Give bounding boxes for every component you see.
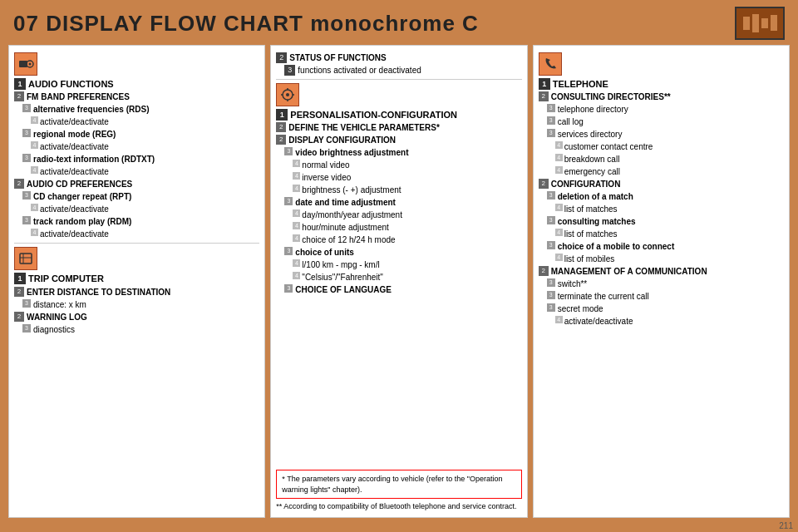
inverse-video-text: inverse video <box>302 172 351 183</box>
day-month-row: 4 day/month/year adjustment <box>276 209 521 220</box>
brightness-text: brightness (- +) adjustment <box>302 185 401 195</box>
choice-lang-row: 3 CHOICE OF LANGUAGE <box>276 284 521 295</box>
alt-freq-row: 3 alternative frequencies (RDS) <box>14 104 259 115</box>
switch-text: switch** <box>558 278 588 289</box>
consulting-matches-row: 3 consulting matches <box>539 216 784 227</box>
services-dir-text: services directory <box>558 129 623 140</box>
celsius-text: "Celsius"/"Fahrenheit" <box>302 272 383 283</box>
mgmt-comm-text: MANAGEMENT OF A COMMUNICATION <box>551 266 707 277</box>
divider-1 <box>14 243 259 244</box>
footnote1-text: * The parameters vary according to vehic… <box>282 474 515 495</box>
footnote-box: * The parameters vary according to vehic… <box>276 470 521 499</box>
regional-text: regional mode (REG) <box>33 129 116 140</box>
activate5-text: activate/deactivate <box>40 229 109 239</box>
l100km-row: 4 l/100 km - mpg - km/l <box>276 259 521 270</box>
enter-dist-text: ENTER DISTANCE TO DESTINATION <box>27 287 170 298</box>
column-1: 1 AUDIO FUNCTIONS 2 FM BAND PREFERENCES … <box>8 45 265 518</box>
l100km-text: l/100 km - mpg - km/l <box>302 259 379 270</box>
services-dir-row: 3 services directory <box>539 129 784 140</box>
track-random-row: 3 track random play (RDM) <box>14 216 259 227</box>
status-sub-text: functions activated or deactivated <box>298 65 421 76</box>
diagnostics-text: diagnostics <box>33 324 75 335</box>
track-random-text: track random play (RDM) <box>33 216 131 227</box>
divider-mid <box>276 79 521 80</box>
activate3-row: 4 activate/deactivate <box>14 166 259 177</box>
secret-mode-row: 3 secret mode <box>539 303 784 314</box>
inverse-video-row: 4 inverse video <box>276 172 521 183</box>
page-number: 211 <box>779 521 793 530</box>
badge-1: 1 <box>14 78 26 90</box>
call-log-row: 3 call log <box>539 116 784 127</box>
personalisation-row: 1 PERSONALISATION-CONFIGURATION <box>276 109 521 121</box>
audio-icon <box>14 52 37 76</box>
warning-log-text: WARNING LOG <box>27 312 87 323</box>
radio-text-row: 3 radio-text information (RDTXT) <box>14 154 259 165</box>
mgmt-comm-row: 2 MANAGEMENT OF A COMMUNICATION <box>539 266 784 277</box>
hour-min-row: 4 hour/minute adjustment <box>276 222 521 233</box>
activate-deactivate-row: 4 activate/deactivate <box>539 316 784 327</box>
audio-functions-heading: AUDIO FUNCTIONS <box>28 78 114 90</box>
personalisation-icon <box>276 83 299 106</box>
list-matches2-row: 4 list of matches <box>539 229 784 239</box>
personalisation-heading: PERSONALISATION-CONFIGURATION <box>290 109 457 121</box>
status-label: STATUS OF FUNCTIONS <box>289 52 386 63</box>
configuration-row: 2 CONFIGURATION <box>539 179 784 190</box>
normal-video-text: normal video <box>302 160 349 170</box>
activate1-row: 4 activate/deactivate <box>14 116 259 127</box>
activate4-text: activate/deactivate <box>40 204 109 214</box>
telephone-row: 1 TELEPHONE <box>539 78 784 90</box>
configuration-text: CONFIGURATION <box>551 179 621 190</box>
day-month-text: day/month/year adjustment <box>302 209 402 220</box>
terminate-text: terminate the current call <box>558 291 649 302</box>
page-wrapper: 07 DISPLAY FLOW CHART monochrome C <box>0 0 798 532</box>
svg-rect-3 <box>20 254 32 264</box>
choice-12h-text: choice of 12 h/24 h mode <box>302 234 395 245</box>
deletion-match-row: 3 deletion of a match <box>539 191 784 202</box>
switch-row: 3 switch** <box>539 278 784 289</box>
status-row: 2 STATUS OF FUNCTIONS <box>276 52 521 63</box>
radio-text-text: radio-text information (RDTXT) <box>33 154 155 165</box>
display-config-text: DISPLAY CONFIGURATION <box>288 135 396 145</box>
activate4-row: 4 activate/deactivate <box>14 204 259 214</box>
activate5-row: 4 activate/deactivate <box>14 229 259 239</box>
choice-units-text: choice of units <box>295 247 354 258</box>
choice-units-row: 3 choice of units <box>276 247 521 258</box>
list-matches2-text: list of matches <box>564 229 618 239</box>
breakdown-row: 4 breakdown call <box>539 154 784 165</box>
activate2-text: activate/deactivate <box>40 141 109 152</box>
activate1-text: activate/deactivate <box>40 116 109 127</box>
footnotes: * The parameters vary according to vehic… <box>276 466 521 512</box>
choice-12h-row: 4 choice of 12 h/24 h mode <box>276 234 521 245</box>
audio-cd-text: AUDIO CD PREFERENCES <box>27 179 132 190</box>
consulting-matches-text: consulting matches <box>558 216 636 227</box>
trip-computer-row: 1 TRIP COMPUTER <box>14 273 259 284</box>
hour-min-text: hour/minute adjustment <box>302 222 389 233</box>
brightness-row: 4 brightness (- +) adjustment <box>276 185 521 195</box>
emergency-row: 4 emergency call <box>539 166 784 177</box>
video-bright-text: video brightness adjustment <box>295 147 408 158</box>
regional-row: 3 regional mode (REG) <box>14 129 259 140</box>
enter-dist-row: 2 ENTER DISTANCE TO DESTINATION <box>14 287 259 298</box>
emergency-text: emergency call <box>564 166 620 177</box>
list-mobiles-row: 4 list of mobiles <box>539 254 784 264</box>
cd-repeat-row: 3 CD changer repeat (RPT) <box>14 191 259 202</box>
list-matches1-text: list of matches <box>564 204 618 214</box>
activate-deactivate-text: activate/deactivate <box>564 316 633 327</box>
columns: 1 AUDIO FUNCTIONS 2 FM BAND PREFERENCES … <box>0 45 798 523</box>
video-bright-row: 3 video brightness adjustment <box>276 147 521 158</box>
column-3: 1 TELEPHONE 2 CONSULTING DIRECTORIES** 3… <box>533 45 790 518</box>
audio-functions-row: 1 AUDIO FUNCTIONS <box>14 78 259 90</box>
celsius-row: 4 "Celsius"/"Fahrenheit" <box>276 272 521 283</box>
consulting-dir-text: CONSULTING DIRECTORIES** <box>551 91 671 102</box>
column-2: 2 STATUS OF FUNCTIONS 3 functions activa… <box>270 45 527 518</box>
trip-icon <box>14 247 37 270</box>
customer-contact-row: 4 customer contact centre <box>539 141 784 152</box>
customer-contact-text: customer contact centre <box>564 141 653 152</box>
define-vehicle-text: DEFINE THE VEHICLE PARAMETERS* <box>288 122 440 133</box>
status-sub-row: 3 functions activated or deactivated <box>276 65 521 76</box>
svg-point-7 <box>286 93 289 96</box>
activate3-text: activate/deactivate <box>40 166 109 177</box>
telephone-heading: TELEPHONE <box>553 78 608 90</box>
telephone-icon <box>539 52 562 76</box>
define-vehicle-row: 2 DEFINE THE VEHICLE PARAMETERS* <box>276 122 521 133</box>
